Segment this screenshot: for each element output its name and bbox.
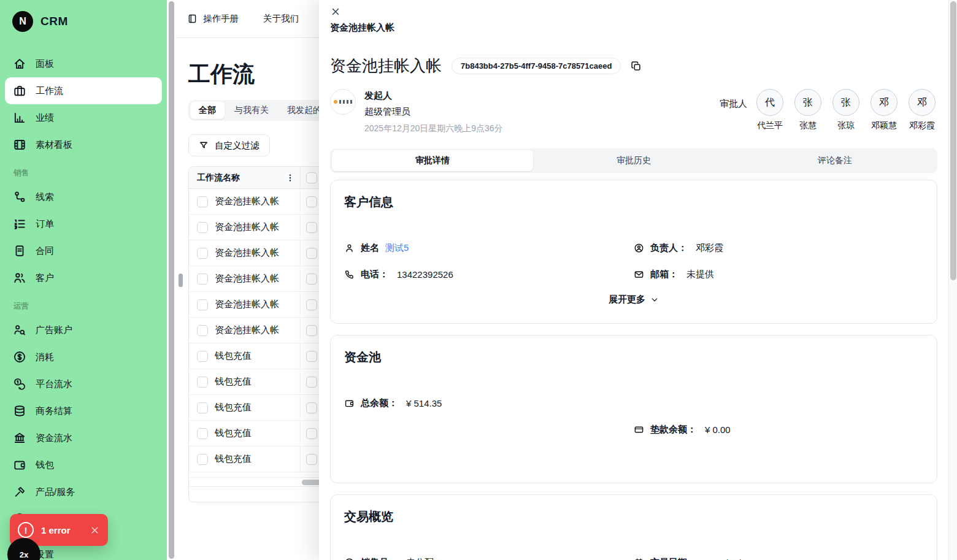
- row-checkbox[interactable]: [197, 454, 208, 465]
- field-电话: 电话：13422392526: [344, 269, 634, 280]
- credit-card-icon: [634, 424, 644, 435]
- row-checkbox-2[interactable]: [306, 222, 317, 233]
- approvers-list: 代代兰平张张慧张张琼邓邓颖慧邓邓彩霞: [755, 89, 937, 134]
- custom-filter-button[interactable]: 自定义过滤: [188, 134, 270, 156]
- sidebar-item-工作流[interactable]: 工作流: [5, 77, 162, 104]
- fund-pool-title: 资金池: [344, 349, 923, 366]
- sidebar-item-label: 素材看板: [36, 139, 72, 151]
- approver-avatar: 张: [832, 89, 859, 116]
- sidebar-item-业绩[interactable]: 业绩: [5, 104, 162, 131]
- calendar-icon: [634, 558, 644, 560]
- approver-avatar: 邓: [871, 89, 897, 116]
- row-checkbox[interactable]: [197, 402, 208, 413]
- field-value[interactable]: 测试5: [385, 242, 409, 254]
- row-checkbox-2[interactable]: [306, 377, 317, 388]
- sidebar-scrollbar-thumb[interactable]: [169, 1, 174, 559]
- row-checkbox-2[interactable]: [306, 325, 317, 336]
- workflow-name: 钱包充值: [215, 350, 252, 362]
- row-checkbox[interactable]: [197, 222, 208, 233]
- sidebar-item-钱包[interactable]: 钱包: [5, 451, 162, 478]
- sidebar-item-合同[interactable]: 合同: [5, 237, 162, 264]
- customer-info-fields: 姓名测试5负责人：邓彩霞电话：13422392526邮箱：未提供: [344, 242, 923, 280]
- panel-resize-handle[interactable]: [179, 274, 183, 287]
- sidebar-item-平台流水[interactable]: 平台流水: [5, 370, 162, 397]
- drawer-tabs: 审批详情审批历史评论备注: [330, 148, 937, 173]
- approver-邓颖慧: 邓邓颖慧: [869, 89, 899, 134]
- expand-more-label: 展开更多: [609, 294, 645, 305]
- row-checkbox[interactable]: [197, 248, 208, 259]
- row-checkbox[interactable]: [197, 377, 208, 388]
- row-checkbox[interactable]: [197, 351, 208, 362]
- workflow-name: 钱包充值: [215, 402, 252, 413]
- row-checkbox-2[interactable]: [306, 428, 317, 439]
- row-checkbox[interactable]: [197, 325, 208, 336]
- error-toast-message: 1 error: [41, 525, 82, 535]
- row-checkbox-2[interactable]: [306, 196, 317, 207]
- sidebar-item-label: 平台流水: [36, 378, 72, 390]
- field-label: 总余额：: [361, 397, 398, 409]
- sidebar-scrollbar[interactable]: [168, 0, 175, 560]
- toast-close-icon[interactable]: [90, 525, 100, 535]
- sidebar-item-label: 面板: [36, 58, 54, 70]
- select-all-checkbox[interactable]: [306, 172, 317, 183]
- briefcase-icon: [13, 84, 26, 98]
- sidebar-item-label: 资金流水: [36, 432, 72, 444]
- window-scrollbar[interactable]: [948, 0, 957, 560]
- field-value: 邓彩霞: [696, 242, 723, 254]
- sidebar-group-label: 运营: [5, 291, 162, 316]
- drawer-tab-评论备注[interactable]: 评论备注: [734, 150, 936, 171]
- tab-与我有关[interactable]: 与我有关: [226, 102, 277, 119]
- initiated-timestamp: 2025年12月20日星期六晚上9点36分: [364, 123, 503, 134]
- row-checkbox-2[interactable]: [306, 402, 317, 413]
- sidebar-item-label: 产品/服务: [36, 486, 75, 498]
- close-icon[interactable]: [330, 6, 341, 17]
- expand-more-button[interactable]: 展开更多: [344, 294, 923, 305]
- sidebar-item-素材看板[interactable]: 素材看板: [5, 131, 162, 158]
- sidebar-item-label: 客户: [36, 272, 54, 284]
- row-checkbox-2[interactable]: [306, 274, 317, 285]
- drawer-tab-审批详情[interactable]: 审批详情: [332, 150, 533, 171]
- drawer-tab-审批历史[interactable]: 审批历史: [533, 150, 734, 171]
- sidebar-item-客户[interactable]: 客户: [5, 264, 162, 291]
- column-menu-icon[interactable]: [285, 173, 295, 183]
- tab-全部[interactable]: 全部: [190, 102, 225, 119]
- row-checkbox[interactable]: [197, 196, 208, 207]
- workflow-name-cell: 资金池挂帐入帐: [189, 318, 301, 343]
- row-checkbox-2[interactable]: [306, 299, 317, 310]
- sidebar-item-资金流水[interactable]: 资金流水: [5, 424, 162, 451]
- sidebar-item-产品/服务[interactable]: 产品/服务: [5, 478, 162, 505]
- transaction-overview-title: 交易概览: [344, 508, 923, 525]
- chevron-down-icon: [650, 296, 659, 304]
- sidebar-item-广告账户[interactable]: 广告账户: [5, 316, 162, 343]
- sidebar-item-订单[interactable]: 订单: [5, 210, 162, 237]
- field-负责人: 负责人：邓彩霞: [634, 242, 923, 254]
- field-销售员: 销售员：未分配: [344, 557, 634, 560]
- customer-info-card: 客户信息 姓名测试5负责人：邓彩霞电话：13422392526邮箱：未提供 展开…: [330, 180, 937, 324]
- sidebar-item-商务结算[interactable]: 商务结算: [5, 397, 162, 424]
- bank-icon: [13, 431, 26, 445]
- sidebar-item-面板[interactable]: 面板: [5, 50, 162, 77]
- row-checkbox-2[interactable]: [306, 454, 317, 465]
- row-checkbox[interactable]: [197, 299, 208, 310]
- wallet-icon: [344, 398, 355, 408]
- sidebar-item-label: 合同: [36, 245, 54, 257]
- copy-icon[interactable]: [631, 61, 642, 72]
- workflow-name-cell: 资金池挂帐入帐: [189, 189, 301, 214]
- phone-icon: [344, 269, 355, 280]
- about-link[interactable]: 关于我们: [263, 13, 299, 25]
- workflow-name: 资金池挂帐入帐: [215, 299, 279, 310]
- workflow-name: 钱包充值: [215, 376, 252, 388]
- transaction-overview-card: 交易概览 销售员：未分配交易日期：2025/12/20: [330, 494, 937, 560]
- row-checkbox[interactable]: [197, 274, 208, 285]
- sidebar-item-消耗[interactable]: 消耗: [5, 343, 162, 370]
- sidebar-item-线索[interactable]: 线索: [5, 183, 162, 210]
- manual-link[interactable]: 操作手册: [187, 13, 239, 25]
- row-checkbox-2[interactable]: [306, 248, 317, 259]
- row-checkbox[interactable]: [197, 428, 208, 439]
- window-scrollbar-thumb[interactable]: [950, 1, 956, 280]
- field-总余额: 总余额：¥ 514.35: [344, 397, 634, 409]
- workflow-name-cell: 钱包充值: [189, 395, 301, 420]
- row-checkbox-2[interactable]: [306, 351, 317, 362]
- workflow-name: 资金池挂帐入帐: [215, 324, 279, 336]
- initiator-role-label: 发起人: [364, 90, 503, 102]
